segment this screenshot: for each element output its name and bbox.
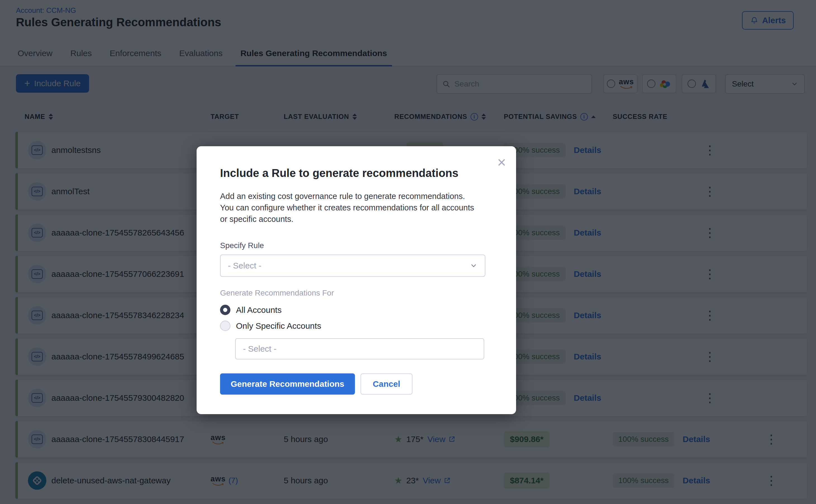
accounts-select-placeholder: - Select - <box>243 344 276 354</box>
modal-title: Include a Rule to generate recommendatio… <box>220 167 493 179</box>
rule-select-placeholder: - Select - <box>228 261 261 270</box>
rule-select-dropdown[interactable]: - Select - <box>220 255 485 277</box>
chevron-down-icon <box>470 262 478 270</box>
radio-unselected-icon[interactable] <box>220 321 230 331</box>
radio-all-accounts[interactable]: All Accounts <box>220 305 493 315</box>
include-rule-modal: × Include a Rule to generate recommendat… <box>197 146 516 414</box>
only-specific-accounts-label: Only Specific Accounts <box>236 321 321 331</box>
modal-description: Add an existing cost governance rule to … <box>220 191 474 225</box>
cancel-button[interactable]: Cancel <box>360 373 413 395</box>
specify-rule-label: Specify Rule <box>220 241 493 250</box>
app-window: Account: CCM-NG Rules Generating Recomme… <box>0 0 816 504</box>
all-accounts-label: All Accounts <box>236 305 281 315</box>
radio-selected-icon[interactable] <box>220 305 230 315</box>
generate-recommendations-button[interactable]: Generate Recommendations <box>220 373 355 395</box>
radio-only-specific-accounts[interactable]: Only Specific Accounts <box>220 321 493 331</box>
modal-actions: Generate Recommendations Cancel <box>220 373 493 395</box>
accounts-select-dropdown[interactable]: - Select - <box>235 338 484 359</box>
close-icon[interactable]: × <box>497 155 506 170</box>
generate-for-label: Generate Recommendations For <box>220 289 493 297</box>
